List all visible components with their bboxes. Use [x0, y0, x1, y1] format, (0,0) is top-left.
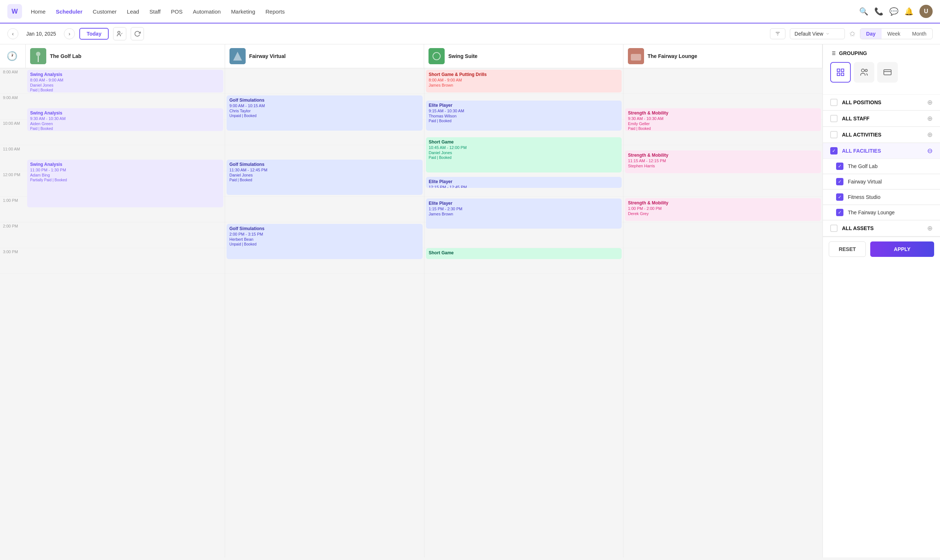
- main-content: 🕐 The Golf Lab: [0, 45, 940, 557]
- facility-header-row: 🕐 The Golf Lab: [0, 45, 823, 68]
- default-view-selector[interactable]: Default View: [790, 28, 845, 39]
- nav-marketing[interactable]: Marketing: [231, 8, 255, 15]
- all-staff-expand[interactable]: ⊕: [927, 114, 933, 123]
- facility-name-golf-lab: The Golf Lab: [50, 53, 82, 59]
- filter-all-staff[interactable]: ALL STAFF ⊕: [823, 111, 940, 127]
- all-positions-expand[interactable]: ⊕: [927, 98, 933, 106]
- filter-fairway-lounge[interactable]: ✓ The Fairway Lounge: [823, 205, 940, 220]
- event-short-game-putting-drills[interactable]: Short Game & Putting Drills 8:00 AM - 9:…: [426, 70, 622, 92]
- event-elite-player-3[interactable]: Elite Player 1:15 PM - 2:30 PM James Bro…: [426, 198, 622, 229]
- all-staff-checkbox[interactable]: [830, 115, 838, 122]
- filter-all-activities[interactable]: ALL ACTIVITIES ⊕: [823, 127, 940, 143]
- apply-button[interactable]: APPLY: [870, 242, 934, 257]
- svg-point-0: [118, 31, 120, 33]
- time-grid: 8:00 AM 9:00 AM 10:00 AM 11:00 AM 12:00 …: [0, 68, 823, 557]
- facility-header-golf-lab: The Golf Lab: [26, 45, 225, 68]
- whatsapp-icon[interactable]: 💬: [889, 7, 898, 16]
- svg-rect-19: [837, 69, 840, 72]
- all-assets-checkbox[interactable]: [830, 225, 838, 232]
- next-date-button[interactable]: ›: [64, 28, 75, 39]
- event-swing-analysis-2[interactable]: Swing Analysis 9:30 AM - 10:30 AM Aiden …: [27, 108, 223, 131]
- svg-rect-21: [837, 73, 840, 75]
- nav-lead[interactable]: Lead: [127, 8, 139, 15]
- favorite-button[interactable]: ✩: [849, 29, 855, 38]
- svg-rect-25: [884, 70, 891, 75]
- event-strength-mobility-2[interactable]: Strength & Mobility 11:15 AM - 12:15 PM …: [625, 151, 821, 173]
- fairway-virtual-checkbox[interactable]: ✓: [836, 178, 843, 185]
- event-golf-simulations-3[interactable]: Golf Simulations 2:00 PM - 3:15 PM Herbe…: [227, 224, 423, 259]
- time-slot-10am: 10:00 AM: [0, 120, 26, 145]
- time-slot-1pm: 1:00 PM: [0, 197, 26, 222]
- nav-icons: 🔍 📞 💬 🔔 U: [859, 5, 933, 18]
- prev-date-button[interactable]: ‹: [7, 28, 18, 39]
- fairway-lounge-checkbox[interactable]: ✓: [836, 209, 843, 216]
- event-elite-player-1[interactable]: Elite Player 9:15 AM - 10:30 AM Thomas W…: [426, 100, 622, 131]
- app-logo[interactable]: W: [7, 4, 22, 19]
- user-avatar[interactable]: U: [920, 5, 933, 18]
- day-view-tab[interactable]: Day: [860, 29, 881, 39]
- week-view-tab[interactable]: Week: [881, 29, 906, 39]
- all-positions-checkbox[interactable]: [830, 99, 838, 106]
- today-button[interactable]: Today: [79, 28, 109, 40]
- svg-rect-9: [428, 48, 445, 64]
- reset-button[interactable]: RESET: [829, 242, 866, 257]
- sidebar-footer: RESET APPLY: [823, 237, 940, 261]
- calendar-area: 🕐 The Golf Lab: [0, 45, 823, 557]
- time-slot-11am: 11:00 AM: [0, 145, 26, 171]
- svg-rect-22: [841, 73, 844, 75]
- all-facilities-checkbox[interactable]: ✓: [830, 147, 838, 154]
- resource-col-swing-suite: Short Game & Putting Drills 8:00 AM - 9:…: [424, 68, 624, 557]
- grouping-section: GROUPING: [823, 45, 940, 94]
- nav-reports[interactable]: Reports: [265, 8, 285, 15]
- facility-name-fairway-virtual: Fairway Virtual: [249, 53, 286, 59]
- resource-col-fairway-virtual: Golf Simulations 9:00 AM - 10:15 AM Chri…: [225, 68, 424, 557]
- event-strength-mobility-1[interactable]: Strength & Mobility 9:30 AM - 10:30 AM E…: [625, 108, 821, 131]
- nav-home[interactable]: Home: [31, 8, 46, 15]
- bell-icon[interactable]: 🔔: [905, 7, 914, 16]
- all-activities-checkbox[interactable]: [830, 131, 838, 138]
- filter-all-positions[interactable]: ALL POSITIONS ⊕: [823, 95, 940, 111]
- grouping-facility-btn[interactable]: [830, 62, 851, 83]
- filter-fitness-studio[interactable]: ✓ Fitness Studio: [823, 190, 940, 205]
- all-activities-expand[interactable]: ⊕: [927, 131, 933, 139]
- grouping-staff-btn[interactable]: [854, 62, 874, 83]
- facility-header-fairway-virtual: Fairway Virtual: [225, 45, 424, 68]
- month-view-tab[interactable]: Month: [906, 29, 932, 39]
- nav-staff[interactable]: Staff: [149, 8, 161, 15]
- filter-all-facilities[interactable]: ✓ ALL FACILITIES ⊖: [823, 143, 940, 159]
- filter-button[interactable]: [770, 28, 786, 39]
- event-short-game-1[interactable]: Short Game 10:45 AM - 12:00 PM Daniel Jo…: [426, 137, 622, 172]
- resource-col-fairway-lounge: Strength & Mobility 9:30 AM - 10:30 AM E…: [624, 68, 823, 557]
- phone-icon[interactable]: 📞: [874, 7, 883, 16]
- grouping-icon-buttons: [830, 62, 933, 83]
- event-short-game-2[interactable]: Short Game: [426, 248, 622, 259]
- nav-scheduler[interactable]: Scheduler: [56, 8, 83, 15]
- svg-point-24: [865, 69, 867, 72]
- fitness-studio-checkbox[interactable]: ✓: [836, 193, 843, 201]
- event-golf-simulations-2[interactable]: Golf Simulations 11:30 AM - 12:45 PM Dan…: [227, 160, 423, 195]
- grouping-title: GROUPING: [830, 50, 933, 56]
- grouping-asset-btn[interactable]: [877, 62, 898, 83]
- event-swing-analysis-3[interactable]: Swing Analysis 11:30 PM - 1:30 PM Adam B…: [27, 160, 223, 207]
- nav-automation[interactable]: Automation: [193, 8, 221, 15]
- svg-rect-20: [841, 69, 844, 72]
- all-assets-expand[interactable]: ⊕: [927, 224, 933, 232]
- all-facilities-collapse[interactable]: ⊖: [927, 147, 933, 155]
- event-elite-player-2[interactable]: Elite Player 12:15 PM - 12:45 PM: [426, 177, 622, 188]
- golf-lab-checkbox[interactable]: ✓: [836, 163, 843, 170]
- event-swing-analysis-1[interactable]: Swing Analysis 8:00 AM - 9:00 AM Daniel …: [27, 70, 223, 92]
- user-filter-button[interactable]: [113, 27, 126, 40]
- search-icon[interactable]: 🔍: [859, 7, 868, 16]
- event-strength-mobility-3[interactable]: Strength & Mobility 1:00 PM - 2:00 PM De…: [625, 198, 821, 221]
- nav-customer[interactable]: Customer: [93, 8, 117, 15]
- resource-columns: Swing Analysis 8:00 AM - 9:00 AM Daniel …: [26, 68, 823, 557]
- refresh-button[interactable]: [131, 27, 144, 40]
- event-golf-simulations-1[interactable]: Golf Simulations 9:00 AM - 10:15 AM Chri…: [227, 95, 423, 131]
- filter-golf-lab[interactable]: ✓ The Golf Lab: [823, 159, 940, 174]
- nav-pos[interactable]: POS: [171, 8, 183, 15]
- top-navigation: W Home Scheduler Customer Lead Staff POS…: [0, 0, 940, 23]
- facility-header-swing-suite: Swing Suite: [424, 45, 624, 68]
- facility-header-fairway-lounge: The Fairway Lounge: [624, 45, 823, 68]
- filter-all-assets[interactable]: ALL ASSETS ⊕: [823, 220, 940, 236]
- filter-fairway-virtual[interactable]: ✓ Fairway Virtual: [823, 174, 940, 189]
